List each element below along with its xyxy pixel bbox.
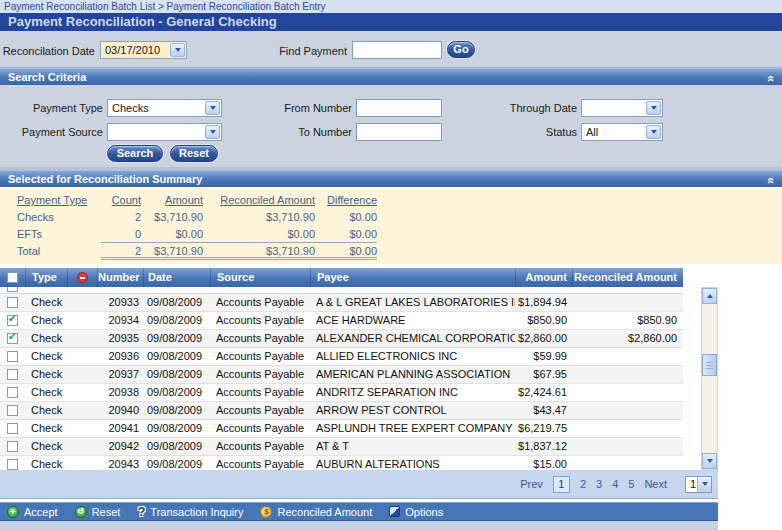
- select-all-checkbox[interactable]: [7, 272, 18, 283]
- current-page[interactable]: 1: [553, 476, 570, 493]
- options-label: Options: [405, 506, 443, 518]
- page-link-3[interactable]: 3: [596, 478, 602, 490]
- cell-stop: [67, 330, 97, 347]
- search-button[interactable]: Search: [107, 145, 163, 162]
- col-stop-payment[interactable]: [67, 268, 97, 287]
- table-row[interactable]: Check 20942 09/08/2009 Accounts Payable …: [0, 438, 683, 456]
- col-number[interactable]: Number: [97, 268, 143, 287]
- summary-cell: $0.00: [203, 226, 315, 243]
- col-date[interactable]: Date: [143, 268, 210, 287]
- row-checkbox[interactable]: [7, 297, 18, 308]
- prev-page-link[interactable]: Prev: [520, 478, 543, 490]
- chevron-down-icon[interactable]: [697, 477, 711, 492]
- scroll-up-button[interactable]: [702, 288, 717, 304]
- table-row[interactable]: Check 20941 09/08/2009 Accounts Payable …: [0, 420, 683, 438]
- go-button[interactable]: Go: [447, 41, 475, 58]
- row-checkbox[interactable]: [7, 405, 18, 416]
- chevron-down-icon[interactable]: [205, 125, 220, 139]
- summary-header-row: Payment Type Count Amount Reconciled Amo…: [17, 192, 377, 209]
- cell-payee: ANDRITZ SEPARATION INC: [310, 384, 515, 401]
- action-toolbar: + Accept ↺ Reset ? Transaction Inquiry $…: [0, 502, 718, 521]
- cell-select: [0, 420, 25, 437]
- next-page-link[interactable]: Next: [644, 478, 667, 490]
- chevron-down-icon[interactable]: [646, 101, 661, 115]
- reset-refresh-icon: ↺: [75, 506, 87, 518]
- chevron-down-icon[interactable]: [205, 101, 220, 115]
- row-checkbox[interactable]: [7, 315, 18, 326]
- cell-source: Accounts Payable: [210, 456, 310, 470]
- row-checkbox[interactable]: [7, 423, 18, 434]
- table-row[interactable]: Check 20936 09/08/2009 Accounts Payable …: [0, 348, 683, 366]
- accept-button[interactable]: + Accept: [7, 506, 58, 518]
- cell-type: Check: [25, 402, 67, 419]
- cell-date: 09/08/2009: [143, 384, 210, 401]
- scroll-up-icon: [707, 294, 713, 298]
- table-row[interactable]: Check 20943 09/08/2009 Accounts Payable …: [0, 456, 683, 470]
- summary-col-payment-type: Payment Type: [17, 192, 101, 209]
- scroll-down-button[interactable]: [702, 453, 717, 469]
- col-amount[interactable]: Amount: [515, 268, 572, 287]
- cell-amount: $850.90: [515, 312, 572, 329]
- row-checkbox[interactable]: [7, 369, 18, 380]
- col-payee[interactable]: Payee: [310, 268, 515, 287]
- col-reconciled-amount[interactable]: Reconciled Amount: [572, 268, 683, 287]
- table-header: Type Number Date Source Payee Amount Rec…: [0, 268, 683, 287]
- scroll-down-icon: [707, 459, 713, 463]
- reconciliation-date-select[interactable]: 03/17/2010: [100, 41, 187, 59]
- cell-stop: [67, 312, 97, 329]
- table-row[interactable]: Check 20934 09/08/2009 Accounts Payable …: [0, 312, 683, 330]
- row-checkbox[interactable]: [7, 333, 18, 344]
- cell-date: 09/08/2009: [143, 348, 210, 365]
- options-button[interactable]: Options: [389, 506, 443, 518]
- search-criteria-header: Search Criteria «: [0, 68, 782, 85]
- page-link-5[interactable]: 5: [628, 478, 634, 490]
- chevron-down-icon[interactable]: [646, 125, 661, 139]
- chevron-down-icon[interactable]: [170, 43, 185, 57]
- col-source[interactable]: Source: [210, 268, 310, 287]
- cell-select: [0, 456, 25, 470]
- cell-reconciled: [572, 366, 683, 383]
- cell-date: 09/08/2009: [143, 366, 210, 383]
- row-checkbox[interactable]: [7, 387, 18, 398]
- to-number-input[interactable]: [356, 123, 442, 141]
- reconciled-amount-button[interactable]: $ Reconciled Amount: [260, 506, 372, 518]
- cell-stop: [67, 438, 97, 455]
- cell-date: 09/08/2009: [143, 312, 210, 329]
- page-link-2[interactable]: 2: [580, 478, 586, 490]
- summary-cell: $3,710.90: [203, 209, 315, 226]
- from-number-input[interactable]: [356, 99, 442, 117]
- row-checkbox[interactable]: [7, 459, 18, 470]
- scrollbar-thumb[interactable]: [702, 354, 717, 376]
- table-row-partial: [0, 287, 683, 294]
- cell-type: Check: [25, 294, 67, 311]
- table-row[interactable]: Check 20940 09/08/2009 Accounts Payable …: [0, 402, 683, 420]
- table-row[interactable]: Check 20935 09/08/2009 Accounts Payable …: [0, 330, 683, 348]
- collapse-section-icon[interactable]: «: [762, 75, 779, 82]
- breadcrumb-batch-list-link[interactable]: Payment Reconciliation Batch List: [4, 1, 155, 12]
- summary-cell: 2: [101, 243, 141, 260]
- options-square-icon: [389, 506, 400, 517]
- payment-type-select[interactable]: Checks: [107, 99, 222, 117]
- row-checkbox[interactable]: [7, 441, 18, 452]
- cell-source: Accounts Payable: [210, 294, 310, 311]
- row-checkbox[interactable]: [7, 287, 18, 292]
- table-row[interactable]: Check 20938 09/08/2009 Accounts Payable …: [0, 384, 683, 402]
- page-size-select[interactable]: 1: [685, 476, 712, 493]
- row-checkbox[interactable]: [7, 351, 18, 362]
- collapse-section-icon[interactable]: «: [762, 177, 779, 184]
- reset-toolbar-button[interactable]: ↺ Reset: [75, 506, 121, 518]
- through-date-select[interactable]: [581, 99, 663, 117]
- status-select[interactable]: All: [581, 123, 663, 141]
- reset-button[interactable]: Reset: [170, 145, 218, 162]
- payment-source-select[interactable]: [107, 123, 222, 141]
- cell-source: Accounts Payable: [210, 402, 310, 419]
- page-link-4[interactable]: 4: [612, 478, 618, 490]
- vertical-scrollbar[interactable]: [701, 287, 718, 470]
- transaction-inquiry-button[interactable]: ? Transaction Inquiry: [137, 504, 243, 519]
- summary-cell: $3,710.90: [203, 243, 315, 260]
- find-payment-input[interactable]: [352, 41, 442, 59]
- table-row[interactable]: Check 20937 09/08/2009 Accounts Payable …: [0, 366, 683, 384]
- breadcrumb-batch-entry-link[interactable]: Payment Reconciliation Batch Entry: [167, 1, 326, 12]
- col-type[interactable]: Type: [25, 268, 67, 287]
- table-row[interactable]: Check 20933 09/08/2009 Accounts Payable …: [0, 294, 683, 312]
